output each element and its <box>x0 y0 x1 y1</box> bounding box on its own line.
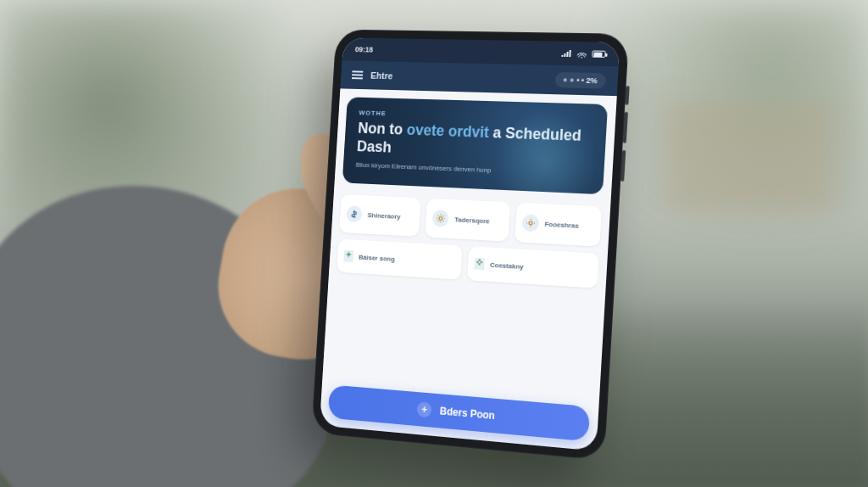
status-time: 09:18 <box>355 45 374 53</box>
hero-card[interactable]: Wothe Non to ovete ordvit a Scheduled Da… <box>342 97 608 194</box>
dot-icon <box>570 78 573 81</box>
svg-point-1 <box>529 221 532 225</box>
category-tile[interactable]: Tadersqore <box>426 199 510 242</box>
sun-icon <box>521 214 539 232</box>
dot-icon <box>563 78 566 81</box>
sun-icon <box>432 210 449 227</box>
category-label: Tadersqore <box>454 216 490 225</box>
hero-graphic <box>475 97 608 194</box>
hero-title-accent: ovete ordvit <box>406 121 489 141</box>
battery-icon <box>592 50 606 57</box>
header-pill-label: • • 2% <box>576 76 598 86</box>
background-building <box>665 102 834 212</box>
dollar-icon <box>346 205 363 222</box>
category-label: Shineraory <box>367 211 400 221</box>
hero-title-pre: Non to <box>358 120 408 138</box>
tablet-screen: 09:18 Ehtre • • 2% Wothe Non to ovete or… <box>320 37 620 451</box>
tablet-device: 09:18 Ehtre • • 2% Wothe Non to ovete or… <box>311 30 629 461</box>
category-label: Coestakny <box>490 260 524 270</box>
app-header: Ehtre • • 2% <box>340 60 618 96</box>
category-label: Báiser song <box>359 253 395 262</box>
sparkle-icon <box>474 258 484 271</box>
plus-icon: + <box>417 401 432 417</box>
primary-action-label: Bders Poon <box>439 405 495 422</box>
menu-icon[interactable] <box>352 70 363 79</box>
category-tile[interactable]: Fooeshras <box>515 203 602 247</box>
sparkle-icon <box>343 250 353 262</box>
svg-point-0 <box>439 216 442 220</box>
wifi-icon <box>576 50 587 58</box>
category-tile[interactable]: Shineraory <box>339 194 421 237</box>
signal-icon <box>561 50 571 57</box>
category-label: Fooeshras <box>544 220 579 229</box>
header-status-pill[interactable]: • • 2% <box>554 72 606 89</box>
app-title: Ehtre <box>370 70 393 81</box>
